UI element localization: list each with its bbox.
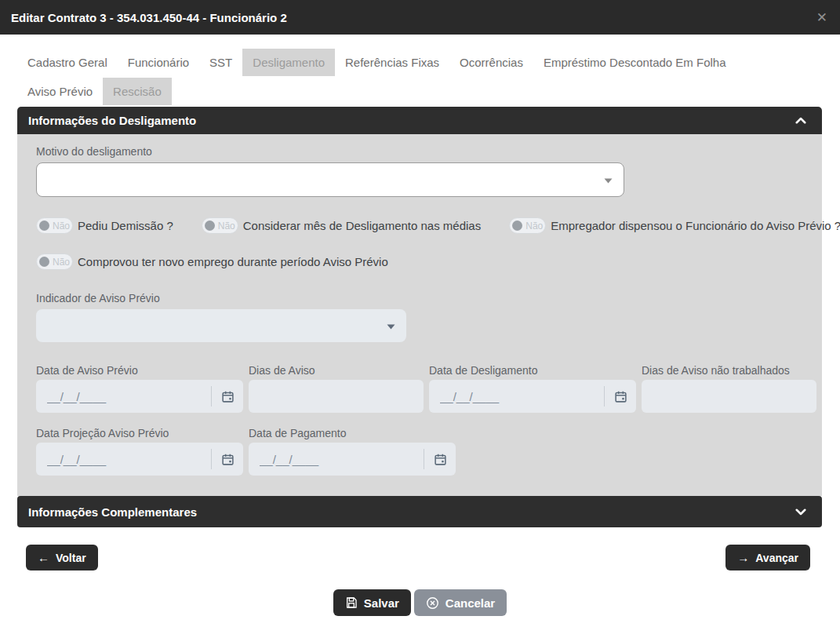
toggle-state-label: Não: [525, 221, 543, 231]
salvar-button[interactable]: Salvar: [333, 589, 411, 616]
date-input-box: [36, 380, 243, 413]
toggle-knob: [39, 221, 49, 231]
toggle-knob: [39, 257, 49, 267]
date-grid-row-2: Data Projeção Aviso Prévio Data de Pagam…: [36, 427, 800, 476]
date-input-box: [249, 443, 456, 476]
motivo-select[interactable]: [36, 162, 624, 197]
chevron-down-icon: [604, 173, 613, 187]
chevron-down-icon: [794, 505, 808, 519]
field-label: Data de Aviso Prévio: [36, 364, 243, 377]
section-body-desligamento: Motivo do desligamento Não Pediu Demissã…: [17, 134, 822, 496]
toggle-switch[interactable]: Não: [36, 217, 73, 234]
avancar-label: Avançar: [755, 552, 798, 564]
toggle-state-label: Não: [53, 257, 70, 268]
tab-funcionario[interactable]: Funcionário: [118, 49, 199, 76]
save-icon: [345, 596, 358, 609]
tab-ocorrencias[interactable]: Ocorrências: [449, 49, 533, 76]
dias-de-aviso-input[interactable]: [249, 380, 424, 413]
field-label: Dias de Aviso não trabalhados: [642, 364, 816, 377]
salvar-label: Salvar: [364, 596, 399, 610]
toggle-state-label: Não: [53, 221, 70, 231]
primary-tab-bar: Cadastro Geral Funcionário SST Desligame…: [0, 49, 840, 76]
field-label: Dias de Aviso: [249, 364, 424, 377]
secondary-tab-bar: Aviso Prévio Rescisão: [0, 78, 840, 105]
toggle-switch[interactable]: Não: [36, 253, 73, 270]
toggle-label: Considerar mês de Desligamento nas média…: [243, 219, 481, 232]
calendar-icon[interactable]: [605, 380, 636, 413]
tab-referencias-fixas[interactable]: Referências Fixas: [335, 49, 449, 76]
field-dias-nao-trabalhados: Dias de Aviso não trabalhados: [642, 364, 816, 413]
cancel-circle-icon: [426, 596, 439, 610]
section-header-informacoes-complementares[interactable]: Informações Complementares: [17, 496, 822, 527]
section-header-informacoes-desligamento[interactable]: Informações do Desligamento: [17, 107, 822, 134]
toggle-row-2: Não Comprovou ter novo emprego durante p…: [36, 253, 800, 270]
toggle-label: Comprovou ter novo emprego durante perío…: [78, 255, 388, 268]
indicador-label: Indicador de Aviso Prévio: [36, 292, 800, 304]
arrow-right-icon: →: [737, 551, 749, 564]
cancelar-button[interactable]: Cancelar: [414, 589, 507, 616]
motivo-label: Motivo do desligamento: [36, 145, 800, 158]
toggle-row-1: Não Pediu Demissão ? Não Considerar mês …: [36, 217, 800, 234]
dias-nao-trabalhados-input[interactable]: [642, 380, 816, 413]
data-desligamento-input[interactable]: [429, 380, 604, 413]
toggle-knob: [512, 221, 522, 231]
calendar-icon[interactable]: [212, 443, 243, 476]
data-projecao-input[interactable]: [36, 443, 211, 476]
data-aviso-previo-input[interactable]: [36, 380, 211, 413]
tab-aviso-previo[interactable]: Aviso Prévio: [17, 78, 103, 105]
voltar-label: Voltar: [56, 552, 86, 564]
field-label: Data de Desligamento: [429, 364, 636, 377]
close-icon[interactable]: ✕: [816, 11, 827, 24]
calendar-icon[interactable]: [424, 443, 456, 476]
text-input-box: [642, 380, 816, 413]
field-label: Data de Pagamento: [249, 427, 456, 439]
toggle-label: Pediu Demissão ?: [78, 219, 173, 232]
tab-sst[interactable]: SST: [199, 49, 242, 76]
chevron-down-icon: [387, 319, 395, 333]
calendar-icon[interactable]: [212, 380, 243, 413]
date-grid-row-1: Data de Aviso Prévio Dias de Aviso Data …: [36, 364, 800, 413]
section-title: Informações Complementares: [28, 505, 197, 519]
chevron-up-icon: [794, 114, 808, 128]
toggle-state-label: Não: [218, 221, 235, 231]
arrow-left-icon: ←: [38, 551, 49, 564]
avancar-button[interactable]: → Avançar: [725, 545, 810, 570]
dialog-title: Editar Contrato 3 - 354.031.450-44 - Fun…: [11, 11, 287, 24]
date-input-box: [36, 443, 243, 476]
toggle-empregador-dispensou: Não Empregador dispensou o Funcionário d…: [509, 217, 840, 234]
toggle-label: Empregador dispensou o Funcionário do Av…: [551, 219, 840, 232]
field-data-desligamento: Data de Desligamento: [429, 364, 636, 413]
voltar-button[interactable]: ← Voltar: [26, 545, 98, 570]
toggle-switch[interactable]: Não: [509, 217, 546, 234]
section-title: Informações do Desligamento: [28, 114, 196, 127]
data-pagamento-input[interactable]: [249, 443, 424, 476]
date-input-box: [429, 380, 636, 413]
tab-rescisao[interactable]: Rescisão: [103, 78, 172, 105]
toggle-comprovou-emprego: Não Comprovou ter novo emprego durante p…: [36, 253, 388, 270]
tab-cadastro-geral[interactable]: Cadastro Geral: [17, 49, 118, 76]
field-label: Data Projeção Aviso Prévio: [36, 427, 243, 439]
field-data-pagamento: Data de Pagamento: [249, 427, 456, 476]
toggle-considerar-mes: Não Considerar mês de Desligamento nas m…: [202, 217, 481, 234]
indicador-block: Indicador de Aviso Prévio: [36, 292, 800, 342]
field-dias-de-aviso: Dias de Aviso: [249, 364, 424, 413]
indicador-select[interactable]: [36, 309, 406, 342]
text-input-box: [249, 380, 424, 413]
dialog-titlebar: Editar Contrato 3 - 354.031.450-44 - Fun…: [0, 0, 840, 35]
tab-desligamento[interactable]: Desligamento: [242, 49, 335, 76]
field-data-projecao: Data Projeção Aviso Prévio: [36, 427, 243, 476]
tab-emprestimo[interactable]: Empréstimo Descontado Em Folha: [533, 49, 736, 76]
toggle-pediu-demissao: Não Pediu Demissão ?: [36, 217, 173, 234]
form-actions: Salvar Cancelar: [0, 589, 840, 616]
wizard-nav: ← Voltar → Avançar: [26, 545, 810, 570]
toggle-switch[interactable]: Não: [202, 217, 238, 234]
toggle-knob: [205, 221, 215, 231]
desligamento-panel: Informações do Desligamento Motivo do de…: [17, 107, 822, 527]
cancelar-label: Cancelar: [445, 596, 495, 610]
field-data-aviso-previo: Data de Aviso Prévio: [36, 364, 243, 413]
